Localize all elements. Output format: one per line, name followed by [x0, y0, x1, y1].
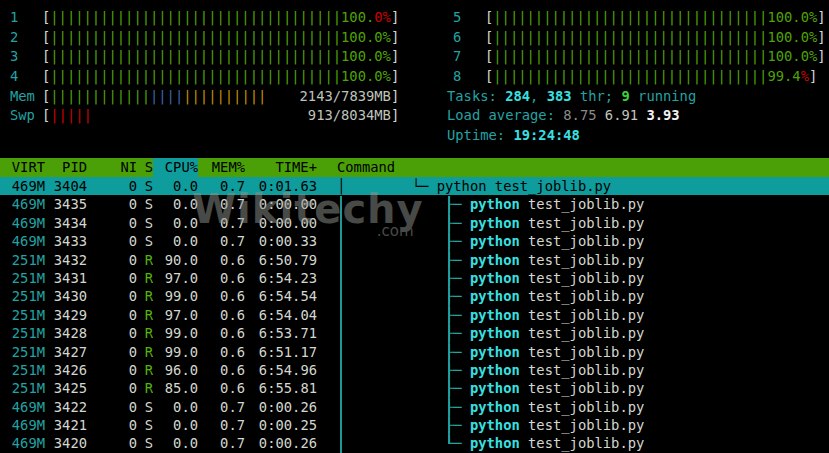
- text-segment: ├─: [445, 417, 470, 433]
- text-segment: [337, 252, 445, 268]
- cell-time: 0:00.00: [259, 215, 317, 231]
- cell-virt: 251M: [12, 362, 45, 378]
- text-segment: python: [470, 215, 520, 231]
- text-segment: ├─: [445, 233, 470, 249]
- cell-time: 0:00.33: [259, 233, 317, 249]
- text-segment: python: [470, 288, 520, 304]
- text-segment: 100.0%: [341, 29, 391, 45]
- cell-time: 0:01.63: [259, 178, 317, 194]
- text-segment: |||||||||||||||||||||||||||||||||||: [50, 48, 341, 64]
- text-segment: %: [801, 68, 809, 84]
- process-row[interactable]: 469M34350S0.00.70:00.00 ├─ python test_j…: [0, 195, 829, 213]
- process-row[interactable]: 469M34330S0.00.70:00.33 ├─ python test_j…: [0, 232, 829, 250]
- bracket-close: ]: [817, 29, 825, 45]
- text-segment: |||||||||||||||||||||||||||||||||||: [50, 68, 341, 84]
- text-segment: test_joblib.py: [520, 215, 645, 231]
- cell-s: S: [145, 196, 153, 212]
- cpu-meter-3: 3[|||||||||||||||||||||||||||||||||||100…: [10, 47, 399, 67]
- cell-command: ├─ python test_joblib.py: [317, 251, 829, 269]
- text-segment: 913/8034MB: [308, 107, 391, 123]
- text-segment: [337, 435, 445, 451]
- process-row[interactable]: 251M34310R97.00.66:54.23 ├─ python test_…: [0, 269, 829, 287]
- uptime-line: Uptime: 19:24:48: [447, 126, 826, 146]
- text-segment: test_joblib.py: [520, 344, 645, 360]
- process-row[interactable]: 251M34270R99.00.66:51.17 ├─ python test_…: [0, 343, 829, 361]
- text-segment: test_joblib.py: [520, 288, 645, 304]
- bracket-close: ]: [391, 9, 399, 25]
- cell-ni: 0: [129, 344, 137, 360]
- column-header-cpu[interactable]: CPU%: [153, 158, 198, 177]
- text-segment: [337, 399, 445, 415]
- column-header-time[interactable]: TIME+: [245, 158, 317, 177]
- text-segment: [337, 325, 445, 341]
- cpu-meter-2: 2[|||||||||||||||||||||||||||||||||||100…: [10, 28, 399, 48]
- text-segment: Tasks:: [447, 88, 505, 104]
- process-row[interactable]: 469M34200S0.00.70:00.26 └─ python test_j…: [0, 434, 829, 452]
- text-segment: ├─: [445, 362, 470, 378]
- text-segment: 99.4: [767, 68, 800, 84]
- text-segment: 100.0%: [341, 48, 391, 64]
- meters-right-column: 5[|||||||||||||||||||||||||||||||||100.0…: [453, 8, 826, 146]
- cell-virt: 469M: [12, 196, 45, 212]
- text-segment: [337, 417, 445, 433]
- process-row[interactable]: 251M34250R85.00.66:55.81 ├─ python test_…: [0, 379, 829, 397]
- cell-mem: 0.6: [220, 380, 245, 396]
- column-header-s[interactable]: S: [137, 158, 153, 177]
- process-row[interactable]: 251M34260R96.00.66:54.96 ├─ python test_…: [0, 361, 829, 379]
- cell-s: R: [145, 344, 153, 360]
- process-row[interactable]: 251M34320R90.00.66:50.79 ├─ python test_…: [0, 251, 829, 269]
- text-segment: 9: [621, 88, 629, 104]
- cell-pid: 3428: [54, 325, 87, 341]
- process-row[interactable]: 469M34340S0.00.70:00.00 ├─ python test_j…: [0, 214, 829, 232]
- cell-mem: 0.7: [220, 196, 245, 212]
- cell-s: R: [145, 362, 153, 378]
- cell-pid: 3432: [54, 252, 87, 268]
- load-average-line: Load average: 8.75 6.91 3.93: [447, 106, 826, 126]
- text-segment: 2143/7839MB: [300, 88, 391, 104]
- text-segment: python: [470, 307, 520, 323]
- cell-mem: 0.6: [220, 362, 245, 378]
- cell-pid: 3429: [54, 307, 87, 323]
- cell-cpu: 0.0: [173, 178, 198, 194]
- process-row[interactable]: 469M34210S0.00.70:00.25 ├─ python test_j…: [0, 416, 829, 434]
- process-row[interactable]: 251M34280R99.00.66:53.71 ├─ python test_…: [0, 324, 829, 342]
- text-segment: ├─: [445, 307, 470, 323]
- column-header-ni[interactable]: NI: [87, 158, 137, 177]
- cpu-meter-8: 8[|||||||||||||||||||||||||||||||||99.4%…: [453, 67, 826, 87]
- process-row-selected[interactable]: 469M34040S0.00.70:01.63│ └─ python test_…: [0, 177, 829, 195]
- text-segment: test_joblib.py: [520, 417, 645, 433]
- cell-s: S: [145, 178, 153, 194]
- column-header-mem[interactable]: MEM%: [198, 158, 245, 177]
- cell-ni: 0: [129, 288, 137, 304]
- cell-time: 0:00.00: [259, 196, 317, 212]
- text-segment: python: [470, 362, 520, 378]
- cell-cpu: 85.0: [165, 380, 198, 396]
- cell-cpu: 0.0: [173, 215, 198, 231]
- column-header-pid[interactable]: PID: [45, 158, 87, 177]
- process-row[interactable]: 469M34220S0.00.70:00.26 ├─ python test_j…: [0, 398, 829, 416]
- cell-command: ├─ python test_joblib.py: [317, 361, 829, 379]
- text-segment: 100.0%: [767, 48, 817, 64]
- text-segment: ||||||||||: [183, 88, 266, 104]
- text-segment: test_joblib.py: [520, 252, 645, 268]
- column-header-virt[interactable]: VIRT: [0, 158, 45, 177]
- process-row[interactable]: 251M34290R97.00.66:54.04 ├─ python test_…: [0, 306, 829, 324]
- cell-virt: 251M: [12, 288, 45, 304]
- text-segment: test_joblib.py: [520, 399, 645, 415]
- memory-meter-label: Mem: [10, 87, 42, 107]
- memory-meter: Mem[|||||||||||||||||||||||||| 2143/7839…: [10, 87, 399, 107]
- process-row[interactable]: 251M34300R99.00.66:54.54 ├─ python test_…: [0, 287, 829, 305]
- cpu-meter-6-label: 6: [453, 28, 485, 48]
- cell-time: 6:55.81: [259, 380, 317, 396]
- text-segment: ||||||||||||: [50, 88, 150, 104]
- text-segment: thr;: [572, 88, 622, 104]
- tasks-line: Tasks: 284, 383 thr; 9 running: [447, 87, 826, 107]
- bracket-close: ]: [391, 68, 399, 84]
- text-segment: test_joblib.py: [520, 435, 645, 451]
- cell-pid: 3420: [54, 435, 87, 451]
- cell-cpu: 0.0: [173, 417, 198, 433]
- cell-virt: 251M: [12, 307, 45, 323]
- cell-s: S: [145, 417, 153, 433]
- cell-time: 0:00.25: [259, 417, 317, 433]
- column-header-cmd[interactable]: Command: [317, 158, 829, 177]
